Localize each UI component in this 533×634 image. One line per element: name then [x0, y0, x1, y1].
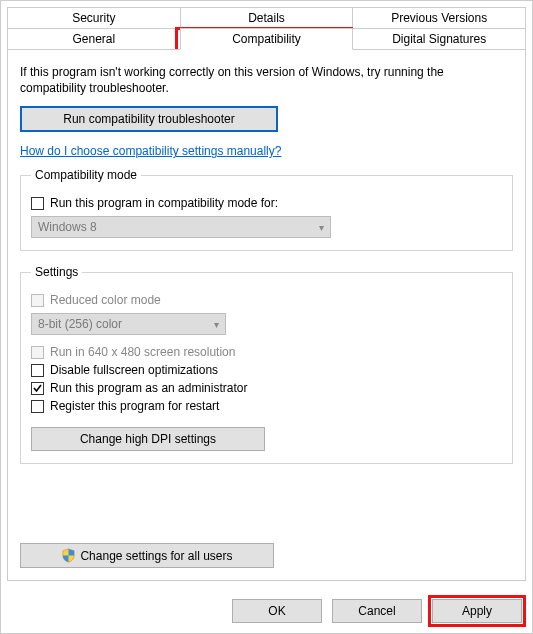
tab-general[interactable]: General [7, 28, 181, 50]
ok-button[interactable]: OK [232, 599, 322, 623]
disable-fullscreen-checkbox[interactable] [31, 364, 44, 377]
compat-mode-select[interactable]: Windows 8 ▾ [31, 216, 331, 238]
manual-settings-link[interactable]: How do I choose compatibility settings m… [20, 144, 281, 158]
reduced-color-label: Reduced color mode [50, 293, 161, 307]
color-mode-select-value: 8-bit (256) color [38, 317, 122, 331]
settings-group: Settings Reduced color mode 8-bit (256) … [20, 265, 513, 464]
change-all-users-button[interactable]: Change settings for all users [20, 543, 274, 568]
compatibility-tab-page: If this program isn't working correctly … [7, 49, 526, 581]
dialog-buttons: OK Cancel Apply [232, 599, 522, 623]
properties-dialog: Security Details Previous Versions Gener… [0, 0, 533, 634]
disable-fullscreen-label: Disable fullscreen optimizations [50, 363, 218, 377]
register-restart-checkbox[interactable] [31, 400, 44, 413]
run-troubleshooter-button[interactable]: Run compatibility troubleshooter [20, 106, 278, 132]
shield-icon [61, 548, 76, 563]
tab-strip: Security Details Previous Versions Gener… [7, 7, 526, 50]
tab-previous-versions[interactable]: Previous Versions [352, 7, 526, 28]
register-restart-label: Register this program for restart [50, 399, 219, 413]
settings-legend: Settings [31, 265, 82, 279]
compat-mode-checkbox-label: Run this program in compatibility mode f… [50, 196, 278, 210]
change-all-users-label: Change settings for all users [80, 549, 232, 563]
tab-security[interactable]: Security [7, 7, 181, 28]
intro-text: If this program isn't working correctly … [20, 64, 513, 96]
tab-details[interactable]: Details [180, 7, 354, 28]
cancel-button[interactable]: Cancel [332, 599, 422, 623]
run-as-admin-label: Run this program as an administrator [50, 381, 247, 395]
compatibility-mode-group: Compatibility mode Run this program in c… [20, 168, 513, 251]
run-as-admin-checkbox[interactable] [31, 382, 44, 395]
run-640-checkbox [31, 346, 44, 359]
reduced-color-checkbox [31, 294, 44, 307]
change-dpi-button[interactable]: Change high DPI settings [31, 427, 265, 451]
compatibility-mode-legend: Compatibility mode [31, 168, 141, 182]
run-640-label: Run in 640 x 480 screen resolution [50, 345, 235, 359]
tab-digital-signatures[interactable]: Digital Signatures [352, 28, 526, 50]
chevron-down-icon: ▾ [214, 319, 219, 330]
chevron-down-icon: ▾ [319, 222, 324, 233]
color-mode-select: 8-bit (256) color ▾ [31, 313, 226, 335]
tab-compatibility[interactable]: Compatibility [180, 28, 354, 50]
compat-mode-select-value: Windows 8 [38, 220, 97, 234]
compat-mode-checkbox[interactable] [31, 197, 44, 210]
apply-button[interactable]: Apply [432, 599, 522, 623]
